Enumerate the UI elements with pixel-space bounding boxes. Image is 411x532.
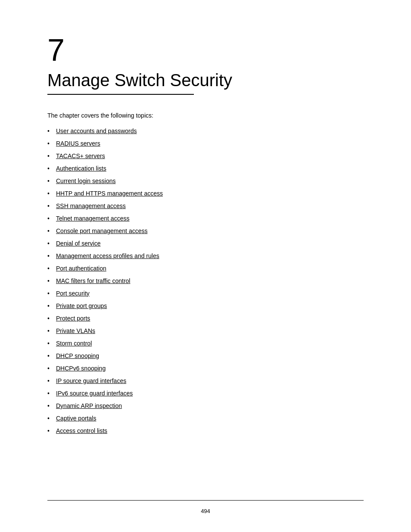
topic-link-3[interactable]: Authentication lists: [56, 165, 106, 172]
topic-link-10[interactable]: Management access profiles and rules: [56, 252, 159, 259]
list-item: Port security: [47, 289, 364, 298]
page-container: 7 Manage Switch Security The chapter cov…: [0, 0, 411, 532]
list-item: IP source guard interfaces: [47, 376, 364, 386]
list-item: HHTP and HTTPS management access: [47, 189, 364, 198]
topic-link-2[interactable]: TACACS+ servers: [56, 152, 105, 159]
list-item: Private port groups: [47, 302, 364, 311]
chapter-number: 7: [47, 34, 364, 65]
topic-link-9[interactable]: Denial of service: [56, 240, 101, 247]
list-item: IPv6 source guard interfaces: [47, 389, 364, 398]
list-item: Port authentication: [47, 264, 364, 273]
list-item: DHCP snooping: [47, 352, 364, 361]
list-item: DHCPv6 snooping: [47, 364, 364, 373]
list-item: Dynamic ARP inspection: [47, 401, 364, 411]
list-item: Telnet management access: [47, 214, 364, 223]
topic-link-13[interactable]: Port security: [56, 290, 90, 297]
topic-link-17[interactable]: Storm control: [56, 340, 92, 347]
topic-link-18[interactable]: DHCP snooping: [56, 352, 99, 359]
page-footer: 494: [0, 500, 411, 515]
page-number: 494: [201, 508, 210, 514]
list-item: Current login sessions: [47, 177, 364, 186]
topic-link-1[interactable]: RADIUS servers: [56, 140, 100, 147]
list-item: Console port management access: [47, 227, 364, 236]
topic-link-22[interactable]: Dynamic ARP inspection: [56, 402, 122, 409]
list-item: Authentication lists: [47, 164, 364, 173]
topic-link-15[interactable]: Protect ports: [56, 315, 90, 322]
list-item: Private VLANs: [47, 327, 364, 336]
topic-link-21[interactable]: IPv6 source guard interfaces: [56, 390, 133, 397]
list-item: Protect ports: [47, 314, 364, 323]
chapter-title: Manage Switch Security: [47, 70, 364, 90]
list-item: Captive portals: [47, 414, 364, 423]
list-item: Access control lists: [47, 426, 364, 436]
topic-link-19[interactable]: DHCPv6 snooping: [56, 365, 106, 372]
topic-link-16[interactable]: Private VLANs: [56, 327, 95, 334]
list-item: Denial of service: [47, 239, 364, 248]
topic-link-14[interactable]: Private port groups: [56, 302, 107, 309]
topic-link-5[interactable]: HHTP and HTTPS management access: [56, 190, 163, 197]
intro-text: The chapter covers the following topics:: [47, 112, 364, 119]
topic-link-7[interactable]: Telnet management access: [56, 215, 129, 222]
list-item: RADIUS servers: [47, 139, 364, 148]
topic-link-23[interactable]: Captive portals: [56, 415, 96, 422]
list-item: Management access profiles and rules: [47, 252, 364, 261]
topic-link-12[interactable]: MAC filters for traffic control: [56, 277, 130, 284]
topic-link-6[interactable]: SSH management access: [56, 202, 126, 209]
topic-link-24[interactable]: Access control lists: [56, 427, 107, 434]
topic-link-8[interactable]: Console port management access: [56, 227, 147, 234]
topic-link-0[interactable]: User accounts and passwords: [56, 128, 137, 134]
topic-link-11[interactable]: Port authentication: [56, 265, 106, 272]
list-item: Storm control: [47, 339, 364, 348]
list-item: MAC filters for traffic control: [47, 277, 364, 286]
topics-list: User accounts and passwordsRADIUS server…: [47, 127, 364, 436]
list-item: SSH management access: [47, 202, 364, 211]
topic-link-20[interactable]: IP source guard interfaces: [56, 377, 126, 384]
footer-divider: [47, 500, 364, 501]
list-item: User accounts and passwords: [47, 127, 364, 136]
title-divider: [47, 94, 194, 95]
list-item: TACACS+ servers: [47, 152, 364, 161]
topic-link-4[interactable]: Current login sessions: [56, 177, 116, 184]
